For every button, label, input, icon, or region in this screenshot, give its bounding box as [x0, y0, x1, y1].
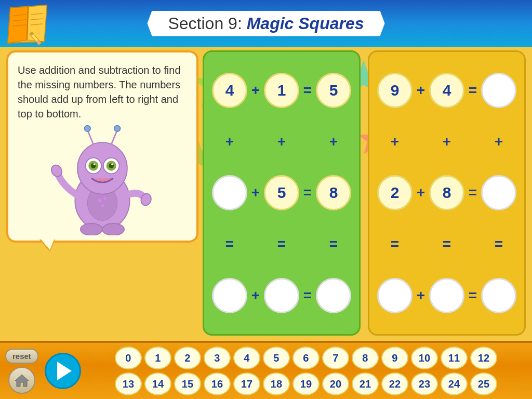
- svg-point-43: [81, 223, 102, 235]
- grid-row-3-green: + 5 = 8: [210, 175, 353, 210]
- number-button-25[interactable]: 25: [470, 373, 497, 395]
- op-y-r1-1: +: [415, 82, 427, 99]
- instruction-box: Use addition and subtraction to find the…: [6, 50, 198, 243]
- svg-point-27: [101, 204, 104, 207]
- op-y-r4-1: =: [377, 236, 413, 252]
- number-button-20[interactable]: 20: [322, 373, 349, 395]
- number-button-0[interactable]: 0: [115, 347, 142, 369]
- number-button-1[interactable]: 1: [144, 347, 171, 369]
- number-button-4[interactable]: 4: [233, 347, 260, 369]
- svg-marker-45: [15, 375, 29, 387]
- cell-y-r3c2: 8: [429, 175, 464, 210]
- number-button-21[interactable]: 21: [352, 373, 379, 395]
- op-g-r4-2: =: [264, 236, 299, 252]
- number-pad: 0123456789101112 13141516171819202122232…: [85, 347, 527, 395]
- speech-tail-inner: [41, 240, 54, 250]
- op-g-r2-1: +: [212, 134, 247, 150]
- op-y-r4-2: =: [429, 236, 464, 252]
- cell-g-r3c1[interactable]: [212, 175, 247, 210]
- op-y-r3-1: +: [415, 184, 427, 201]
- grid-row-1-green: 4 + 1 = 5: [210, 73, 353, 108]
- svg-point-26: [103, 196, 107, 200]
- number-button-9[interactable]: 9: [381, 347, 408, 369]
- header: Section 9: Magic Squares: [0, 0, 532, 47]
- op-y-r4-3: =: [481, 236, 516, 252]
- number-button-13[interactable]: 13: [115, 373, 142, 395]
- op-g-r1-1: +: [249, 82, 262, 99]
- svg-point-28: [77, 142, 127, 194]
- number-button-2[interactable]: 2: [174, 347, 201, 369]
- grid-panel-yellow: 9 + 4 = + + + 2 + 8 =: [368, 50, 526, 336]
- cell-y-r3c1: 2: [377, 175, 413, 210]
- grid-row-5-green: + =: [210, 278, 353, 313]
- op-g-r4-3: =: [316, 236, 351, 252]
- svg-point-32: [114, 126, 120, 131]
- home-icon: [14, 373, 30, 388]
- grid-row-2-green: + + +: [210, 134, 353, 150]
- number-button-23[interactable]: 23: [411, 373, 438, 395]
- cell-g-r5c3[interactable]: [316, 278, 351, 313]
- cell-y-r5c1[interactable]: [377, 278, 413, 313]
- book-icon: [5, 3, 52, 47]
- alien-character: [50, 121, 154, 235]
- op-y-r1-2: =: [467, 82, 479, 99]
- cell-g-r3c2: 5: [264, 175, 299, 210]
- header-banner: Section 9: Magic Squares: [147, 11, 384, 36]
- number-button-12[interactable]: 12: [470, 347, 497, 369]
- number-button-7[interactable]: 7: [322, 347, 349, 369]
- left-buttons: reset: [5, 349, 38, 394]
- number-button-19[interactable]: 19: [292, 373, 320, 395]
- number-button-18[interactable]: 18: [263, 373, 290, 395]
- op-g-r3-2: =: [301, 184, 314, 201]
- reset-button[interactable]: reset: [5, 349, 38, 364]
- svg-point-39: [94, 163, 96, 165]
- cell-g-r5c2[interactable]: [264, 278, 299, 313]
- number-button-11[interactable]: 11: [441, 347, 468, 369]
- number-button-15[interactable]: 15: [174, 373, 201, 395]
- svg-point-30: [85, 126, 90, 131]
- number-button-10[interactable]: 10: [411, 347, 438, 369]
- grid-row-5-yellow: + =: [376, 278, 518, 313]
- number-row-2: 13141516171819202122232425: [85, 373, 527, 395]
- number-button-22[interactable]: 22: [381, 373, 408, 395]
- number-button-16[interactable]: 16: [204, 373, 231, 395]
- main-area: Use addition and subtraction to find the…: [0, 44, 532, 342]
- cell-y-r1c3[interactable]: [481, 73, 516, 108]
- grid-row-2-yellow: + + +: [376, 134, 518, 150]
- cell-y-r3c3[interactable]: [481, 175, 516, 210]
- number-button-3[interactable]: 3: [204, 347, 231, 369]
- number-button-14[interactable]: 14: [144, 373, 171, 395]
- instruction-text: Use addition and subtraction to find the…: [18, 63, 187, 121]
- svg-point-40: [111, 163, 113, 165]
- cell-g-r5c1[interactable]: [212, 278, 247, 313]
- title-magic: Magic Squares: [247, 14, 364, 33]
- number-button-8[interactable]: 8: [352, 347, 379, 369]
- op-y-r5-2: =: [467, 287, 479, 304]
- number-button-17[interactable]: 17: [233, 373, 260, 395]
- op-y-r2-1: +: [377, 134, 413, 150]
- cell-y-r5c3[interactable]: [481, 278, 516, 313]
- number-row-1: 0123456789101112: [85, 347, 527, 369]
- number-button-5[interactable]: 5: [263, 347, 290, 369]
- play-button[interactable]: [45, 353, 81, 389]
- number-button-24[interactable]: 24: [441, 373, 468, 395]
- bottom-bar: reset 0123456789101112 13141516171819202…: [0, 341, 532, 399]
- op-g-r1-2: =: [301, 82, 314, 99]
- op-g-r3-1: +: [249, 184, 262, 201]
- grid-row-4-yellow: = = =: [376, 236, 518, 252]
- svg-marker-2: [27, 5, 47, 42]
- cell-g-r3c3: 8: [316, 175, 351, 210]
- number-button-6[interactable]: 6: [292, 347, 320, 369]
- section-label: Section 9:: [168, 14, 246, 33]
- op-g-r5-2: =: [301, 287, 314, 304]
- cell-y-r5c2[interactable]: [429, 278, 464, 313]
- cell-g-r1c1: 4: [212, 73, 247, 108]
- op-y-r3-2: =: [467, 184, 479, 201]
- grids-container: 4 + 1 = 5 + + + + 5 = 8: [203, 50, 526, 336]
- grid-panel-green: 4 + 1 = 5 + + + + 5 = 8: [203, 50, 361, 336]
- home-button[interactable]: [8, 367, 35, 394]
- op-g-r2-2: +: [264, 134, 299, 150]
- svg-line-29: [87, 130, 93, 144]
- op-y-r2-3: +: [481, 134, 516, 150]
- svg-point-25: [98, 198, 102, 203]
